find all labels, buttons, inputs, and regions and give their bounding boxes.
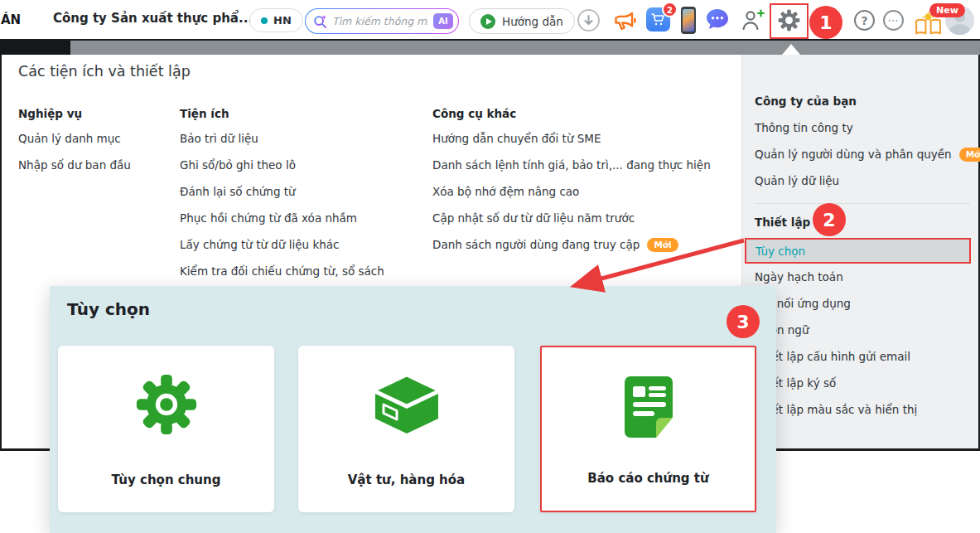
- sidebar-item-accounting-date[interactable]: Ngày hạch toán: [755, 265, 972, 288]
- sidebar-item-color-display[interactable]: Thiết lập màu sắc và hiển thị: [755, 398, 972, 421]
- step2-marker: 2: [813, 203, 846, 236]
- search-box[interactable]: AI: [305, 8, 459, 34]
- more-glyph: ⋯: [888, 14, 900, 27]
- menu-item[interactable]: Nhập số dư ban đầu: [18, 152, 171, 178]
- help-glyph: ?: [861, 14, 867, 27]
- topbar-divider: [0, 39, 980, 41]
- gear-icon: [58, 372, 274, 437]
- step3-marker: 3: [727, 305, 760, 338]
- sidebar-item-company-info[interactable]: Thông tin công ty: [755, 116, 972, 139]
- avatar-silhouette-body: [949, 24, 970, 35]
- branch-status-dot: [261, 17, 268, 24]
- company-name: Công ty Sản xuất thực phẩ...: [53, 11, 253, 26]
- add-user-icon[interactable]: [741, 8, 765, 35]
- app-logo-text: ÁN: [1, 12, 21, 27]
- cart-count-badge: 2: [662, 2, 678, 17]
- menu-item[interactable]: Cập nhật số dư từ dữ liệu năm trước: [432, 205, 747, 231]
- box-icon: [298, 372, 514, 437]
- menu-item[interactable]: Danh sách người dùng đang truy cập Mới: [432, 231, 747, 258]
- sidebar-item-language[interactable]: Ngôn ngữ: [755, 318, 972, 342]
- menu-item[interactable]: Lấy chứng từ từ dữ liệu khác: [180, 231, 428, 258]
- sidebar-item-email-config[interactable]: Thiết lập cấu hình gửi email: [755, 345, 972, 368]
- menu-item[interactable]: Phục hồi chứng từ đã xóa nhầm: [180, 205, 428, 231]
- new-feature-badge: Mới: [959, 148, 980, 162]
- sidebar-item-label: Quản lý người dùng và phân quyền: [755, 148, 952, 161]
- search-icon: [313, 14, 327, 28]
- sidebar-section-company: Công ty của bạn: [755, 90, 972, 113]
- column-tien-ich: Tiện ích Bảo trì dữ liệu Ghi sổ/bỏ ghi t…: [180, 102, 428, 284]
- new-badge: New: [929, 3, 965, 17]
- sidebar-section-settings: Thiết lập: [755, 211, 972, 234]
- card-label: Tùy chọn chung: [58, 472, 274, 487]
- guide-label: Hướng dẫn: [502, 15, 563, 28]
- more-icon[interactable]: ⋯: [883, 10, 904, 31]
- column-header: Tiện ích: [180, 102, 428, 125]
- modal-title: Tùy chọn: [67, 299, 150, 319]
- options-modal: Tùy chọn: [50, 286, 776, 533]
- menu-item[interactable]: Kiểm tra đối chiếu chứng từ, sổ sách: [180, 258, 428, 284]
- sidebar-item-data-management[interactable]: Quản lý dữ liệu: [755, 169, 972, 192]
- sidebar-item-options-selected[interactable]: Tùy chọn: [745, 238, 971, 264]
- company-switcher[interactable]: Công ty Sản xuất thực phẩ...: [53, 11, 274, 26]
- column-cong-cu-khac: Công cụ khác Hướng dẫn chuyển đổi từ SME…: [432, 102, 747, 258]
- panel-title: Các tiện ích và thiết lập: [18, 63, 191, 80]
- sidebar-item-user-management[interactable]: Quản lý người dùng và phân quyền Mới: [755, 143, 972, 166]
- card-label: Báo cáo chứng từ: [542, 471, 755, 486]
- settings-gear-icon[interactable]: [778, 9, 800, 35]
- cart-icon[interactable]: 2: [646, 7, 670, 31]
- sidebar-item-digital-signature[interactable]: Thiết lập ký số: [755, 371, 972, 395]
- branch-badge[interactable]: HN: [249, 8, 303, 32]
- card-report-documents[interactable]: Báo cáo chứng từ: [540, 346, 756, 512]
- screen: ÁN Công ty Sản xuất thực phẩ... HN AI Hư…: [0, 0, 980, 533]
- background-strip: [0, 41, 980, 55]
- chat-icon[interactable]: [705, 7, 730, 35]
- sidebar-item-app-connect[interactable]: Kết nối ứng dụng: [755, 292, 972, 315]
- dropdown-caret: [782, 44, 800, 55]
- document-icon: [542, 374, 755, 440]
- cart-glyph: [651, 13, 665, 26]
- sidebar-divider: [755, 203, 970, 204]
- download-icon[interactable]: [577, 9, 600, 31]
- help-icon[interactable]: ?: [854, 10, 875, 31]
- card-label: Vật tư, hàng hóa: [298, 472, 514, 487]
- menu-item[interactable]: Quản lý danh mục: [18, 125, 171, 152]
- menu-item[interactable]: Bảo trì dữ liệu: [180, 125, 428, 152]
- ai-badge: AI: [433, 13, 453, 29]
- guide-button[interactable]: Hướng dẫn: [469, 8, 575, 34]
- column-header: Công cụ khác: [432, 102, 747, 125]
- menu-item[interactable]: Danh sách lệnh tính giá, bảo trì,... đan…: [432, 152, 747, 178]
- menu-item[interactable]: Đánh lại số chứng từ: [180, 178, 428, 205]
- play-icon: [480, 14, 495, 29]
- menu-item[interactable]: Hướng dẫn chuyển đổi từ SME: [432, 125, 747, 152]
- search-input[interactable]: [332, 15, 428, 27]
- step1-marker: 1: [809, 6, 842, 39]
- column-header: Nghiệp vụ: [18, 102, 171, 125]
- card-goods-materials[interactable]: Vật tư, hàng hóa: [298, 346, 514, 512]
- column-nghiep-vu: Nghiệp vụ Quản lý danh mục Nhập số dư ba…: [18, 102, 171, 178]
- menu-item[interactable]: Ghi sổ/bỏ ghi theo lô: [180, 152, 428, 178]
- phone-screen: [683, 9, 694, 31]
- menu-item[interactable]: Xóa bộ nhớ đệm nâng cao: [432, 178, 747, 205]
- background-left-nav: [0, 41, 70, 55]
- branch-label: HN: [273, 14, 292, 27]
- megaphone-icon[interactable]: [612, 8, 638, 36]
- settings-sidebar: Công ty của bạn Thông tin công ty Quản l…: [741, 55, 978, 448]
- menu-item-label: Danh sách người dùng đang truy cập: [432, 238, 640, 251]
- new-feature-badge: Mới: [647, 238, 678, 252]
- card-general-options[interactable]: Tùy chọn chung: [58, 346, 274, 512]
- phone-icon[interactable]: [681, 7, 696, 34]
